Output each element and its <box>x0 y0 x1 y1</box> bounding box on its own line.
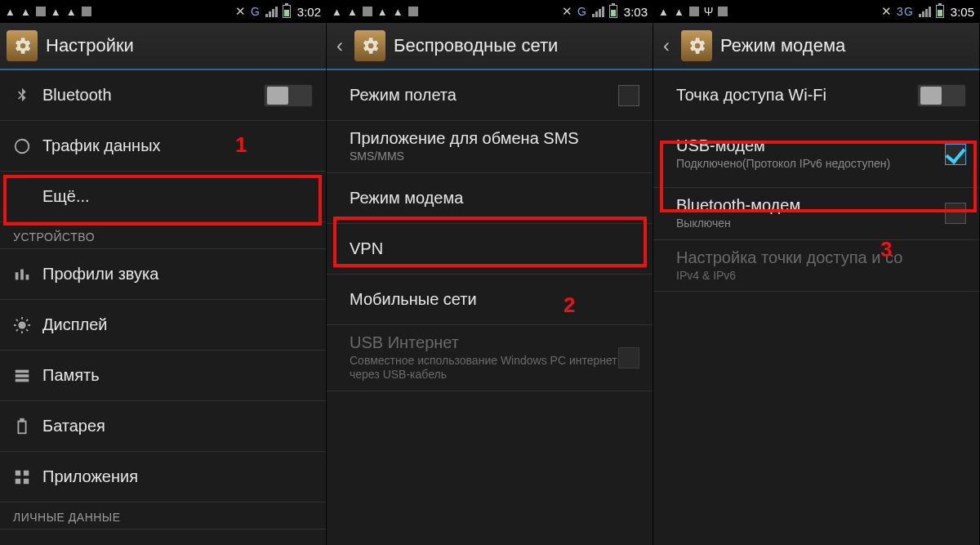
usb-modem-checkbox[interactable] <box>945 144 966 165</box>
row-title: Профили звука <box>42 265 313 284</box>
clock: 3:03 <box>624 5 648 19</box>
row-tethering[interactable]: Режим модема <box>327 173 653 224</box>
row-title: USB Интернет <box>350 333 618 352</box>
network-type: G <box>251 5 261 18</box>
row-title: Приложение для обмена SMS <box>350 129 639 148</box>
row-title: Точка доступа Wi-Fi <box>676 86 917 105</box>
clock: 3:05 <box>951 5 974 19</box>
row-display[interactable]: Дисплей <box>0 300 326 351</box>
row-wifi-hotspot[interactable]: Точка доступа Wi-Fi <box>653 70 979 121</box>
vibrate-icon: ✕ <box>562 4 572 19</box>
row-title: Приложения <box>42 467 313 486</box>
svg-rect-9 <box>20 418 24 421</box>
warning-icon: ▲ <box>66 6 77 18</box>
row-title: Мобильные сети <box>350 290 639 309</box>
screen-wireless: ▲ ▲ ▲ ▲ ✕ G 3:03 ‹ Беспроводные сети Реж… <box>327 0 653 545</box>
apps-icon <box>13 468 42 486</box>
row-vpn[interactable]: VPN <box>327 224 653 275</box>
row-subtitle: SMS/MMS <box>350 150 639 164</box>
row-audio-profiles[interactable]: Профили звука <box>0 249 326 300</box>
signal-icon <box>265 7 278 17</box>
bluetooth-toggle[interactable] <box>264 84 313 107</box>
svg-rect-3 <box>26 275 29 279</box>
network-type: 3G <box>897 5 914 18</box>
app-header: ‹ Режим модема <box>653 23 979 70</box>
bluetooth-modem-checkbox[interactable] <box>945 203 966 224</box>
warning-icon: ▲ <box>658 6 669 18</box>
svg-rect-1 <box>16 272 19 279</box>
wireless-list[interactable]: Режим полета Приложение для обмена SMS S… <box>327 70 653 545</box>
row-sms-app[interactable]: Приложение для обмена SMS SMS/MMS <box>327 121 653 173</box>
usb-icon: Ψ <box>704 5 714 18</box>
row-storage[interactable]: Память <box>0 351 326 401</box>
warning-icon: ▲ <box>347 6 358 18</box>
row-more[interactable]: Ещё... <box>0 172 326 222</box>
svg-point-4 <box>18 321 25 328</box>
row-title: Bluetooth-модем <box>676 196 945 215</box>
row-subtitle: Совместное использование Windows PC инте… <box>350 354 618 382</box>
row-title: Настройка точки доступа и со <box>676 248 966 267</box>
battery-icon <box>13 418 42 436</box>
row-hotspot-settings: Настройка точки доступа и со IPv4 & IPv6 <box>653 240 979 293</box>
notification-icon <box>363 7 372 16</box>
notification-icon <box>82 7 91 16</box>
warning-icon: ▲ <box>332 6 342 18</box>
row-title: Батарея <box>42 417 313 436</box>
settings-gear-icon <box>354 30 385 61</box>
status-bar: ▲ ▲ Ψ ✕ 3G 3:05 <box>653 0 979 23</box>
row-title: Режим модема <box>350 189 639 208</box>
warning-icon: ▲ <box>51 6 61 18</box>
notification-icon <box>689 7 699 16</box>
row-title: Трафик данных <box>42 136 313 155</box>
clock: 3:02 <box>297 5 321 19</box>
row-mobile-networks[interactable]: Мобильные сети <box>327 275 653 325</box>
section-header-device: УСТРОЙСТВО <box>0 222 326 249</box>
screen-tethering: ▲ ▲ Ψ ✕ 3G 3:05 ‹ Режим модема Точка дос… <box>653 0 980 545</box>
notification-icon <box>408 7 418 16</box>
notification-icon <box>718 7 728 16</box>
svg-rect-2 <box>20 269 24 279</box>
row-airplane-mode[interactable]: Режим полета <box>327 70 653 121</box>
notification-icon <box>36 7 46 16</box>
row-usb-modem[interactable]: USB-модем Подключено(Протокол IPv6 недос… <box>653 121 979 188</box>
warning-icon: ▲ <box>393 6 403 18</box>
vibrate-icon: ✕ <box>235 4 246 19</box>
usb-internet-checkbox <box>618 347 639 369</box>
battery-icon <box>936 5 944 18</box>
row-title: USB-модем <box>676 136 945 155</box>
app-header: Настройки <box>0 23 326 70</box>
storage-icon <box>13 367 42 385</box>
row-subtitle: Подключено(Протокол IPv6 недоступен) <box>676 157 945 172</box>
back-button[interactable]: ‹ <box>333 34 346 57</box>
row-bluetooth[interactable]: Bluetooth <box>0 70 326 121</box>
svg-rect-12 <box>16 478 20 483</box>
svg-rect-5 <box>16 369 29 373</box>
svg-rect-10 <box>16 470 20 475</box>
row-battery[interactable]: Батарея <box>0 401 326 452</box>
row-subtitle: Выключен <box>676 217 945 231</box>
warning-icon: ▲ <box>674 6 684 18</box>
app-header: ‹ Беспроводные сети <box>327 23 653 70</box>
status-bar: ▲ ▲ ▲ ▲ ✕ G 3:03 <box>327 0 653 23</box>
bluetooth-icon <box>13 87 42 105</box>
row-apps[interactable]: Приложения <box>0 452 326 503</box>
warning-icon: ▲ <box>5 6 16 18</box>
settings-list[interactable]: Bluetooth Трафик данных Ещё... УСТРОЙСТВ… <box>0 70 326 545</box>
row-title: Режим полета <box>350 86 618 105</box>
svg-rect-6 <box>16 374 29 377</box>
signal-icon <box>919 7 931 17</box>
vibrate-icon: ✕ <box>881 4 892 19</box>
warning-icon: ▲ <box>20 6 31 18</box>
svg-rect-11 <box>24 470 29 475</box>
svg-rect-7 <box>16 378 29 382</box>
back-button[interactable]: ‹ <box>660 34 673 57</box>
page-title: Настройки <box>46 35 134 56</box>
airplane-checkbox[interactable] <box>618 85 639 106</box>
row-data-usage[interactable]: Трафик данных <box>0 121 326 172</box>
tethering-list[interactable]: Точка доступа Wi-Fi USB-модем Подключено… <box>653 70 979 545</box>
settings-gear-icon <box>7 30 38 61</box>
network-type: G <box>577 5 587 18</box>
hotspot-toggle[interactable] <box>917 84 966 107</box>
battery-icon <box>283 5 291 18</box>
row-bluetooth-modem[interactable]: Bluetooth-модем Выключен <box>653 188 979 240</box>
